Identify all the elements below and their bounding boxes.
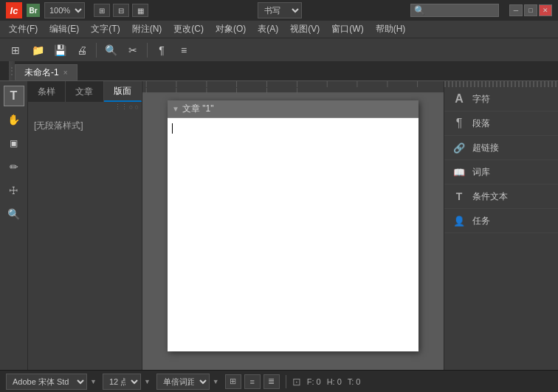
menu-text[interactable]: 文字(T) [85,21,125,37]
toolbar-lines[interactable]: ≡ [174,41,193,59]
font-size-select[interactable]: 12 点 [103,374,141,390]
maximize-button[interactable]: □ [524,4,537,16]
menu-window[interactable]: 窗口(W) [326,21,369,37]
status-icon-align[interactable]: ≣ [264,374,280,389]
mode-select[interactable]: 书写 [258,2,302,18]
character-label: 字符 [472,93,490,106]
font-dropdown-icon: ▼ [90,378,97,385]
dictionary-label: 词库 [472,166,490,179]
tab-close-icon[interactable]: × [63,69,68,77]
toolbar-save[interactable]: 💾 [50,41,69,59]
style-panel-content: [无段落样式] [28,112,142,370]
right-panel: A 字符 ¶ 段落 🔗 超链接 📖 词库 T 条件文本 👤 任务 [444,81,558,370]
line-spacing-select[interactable]: 单倍词距 [156,374,210,390]
toolbar-open[interactable]: 📁 [28,41,47,59]
toolbar-paragraph[interactable]: ¶ [152,41,171,59]
zoom-control[interactable]: 100% 75% 50% 150% 200% [44,2,85,18]
text-tool-icon: T [10,89,18,103]
menu-table[interactable]: 表(A) [252,21,284,37]
pencil-tool-icon: ✏ [10,161,18,173]
search-input[interactable] [428,6,487,15]
view-mode-btn-2[interactable]: ⊟ [113,4,129,17]
tool-pencil[interactable]: ✏ [4,157,24,177]
tab-banmian[interactable]: 版面 [104,81,142,102]
toolbar-search[interactable]: 🔍 [101,41,120,59]
panel-item-task[interactable]: 👤 任务 [444,209,558,233]
toolbar-scissors[interactable]: ✂ [123,41,142,59]
f-field: F: 0 [307,377,321,386]
tool-zoom[interactable]: 🔍 [4,204,24,224]
chapter-arrow[interactable]: ▼ [172,105,179,113]
search-icon: 🔍 [414,5,425,16]
toolbar: ⊞ 📁 💾 🖨 🔍 ✂ ¶ ≡ [0,38,558,62]
title-bar: Ic Br 100% 75% 50% 150% 200% ⊞ ⊟ ▦ 书写 🔍 … [0,0,558,21]
close-button[interactable]: ✕ [539,4,552,16]
t-label: T: [348,377,354,386]
status-sep [286,375,286,388]
f-value: 0 [317,377,321,386]
tool-hand[interactable]: ✋ [4,109,24,130]
app-title: 书写 [153,2,406,18]
font-size-control[interactable]: 12 点 ▼ [103,374,151,390]
tool-frame[interactable]: ▣ [4,133,24,154]
tab-wenzhang[interactable]: 文章 [66,81,103,102]
task-label: 任务 [472,215,490,227]
hyperlink-label: 超链接 [472,142,499,154]
document-tab[interactable]: 未命名-1 × [15,64,78,80]
window-controls: ─ □ ✕ [509,4,552,16]
view-mode-btn-3[interactable]: ▦ [132,4,148,17]
panel-item-hyperlink[interactable]: 🔗 超链接 [444,136,558,160]
t-value: 0 [356,377,360,386]
editor-content[interactable]: ▼ 文章 "1" [142,93,444,370]
status-icon-lines[interactable]: ≡ [244,374,261,389]
h-field: H: 0 [327,377,342,386]
minimize-button[interactable]: ─ [509,4,523,16]
tool-text[interactable]: T [4,86,24,106]
font-name-select[interactable]: Adobe 宋体 Std [6,374,87,390]
search-box[interactable]: 🔍 [410,4,499,17]
panel-item-character[interactable]: A 字符 [444,87,558,111]
f-label: F: [307,377,314,386]
menu-help[interactable]: 帮助(H) [370,21,412,37]
menu-edit[interactable]: 编辑(E) [44,21,85,37]
bridge-logo: Br [27,4,40,17]
editor-area: | | | | | | | | | | | | | | | | ▼ 文章 "1" [142,81,444,370]
scroll-icon: ⋮⋮ [114,103,128,111]
toolbar-sep-2 [147,43,148,58]
menu-file[interactable]: 文件(F) [3,21,44,37]
menu-view[interactable]: 视图(V) [284,21,326,37]
toolbar-sep-1 [96,43,97,58]
tab-tiaoyuan[interactable]: 条样 [28,81,66,102]
status-format-icons: ⊞ ≡ ≣ [225,374,280,389]
spacing-icon: ⊡ [292,376,301,388]
menu-change[interactable]: 更改(C) [168,21,210,37]
panel-scroll-indicator: ⋮⋮ ○ ○ [28,102,142,112]
toolbar-print[interactable]: 🖨 [72,41,92,59]
text-cursor-area[interactable] [168,118,418,340]
right-panel-drag-handle [444,81,558,87]
page-canvas: ▼ 文章 "1" [168,100,418,351]
zoom-select[interactable]: 100% 75% 50% 150% 200% [44,2,85,18]
ruler-marks: | | | | | | | | | | | | | | | | [145,81,441,94]
hand-tool-icon: ✋ [7,114,20,125]
panel-item-dictionary[interactable]: 📖 词库 [444,160,558,185]
tool-move[interactable]: ☩ [4,180,24,201]
status-icon-grid[interactable]: ⊞ [225,374,241,389]
zoom-tool-icon: 🔍 [7,208,20,220]
toolbar-new[interactable]: ⊞ [6,41,25,59]
text-cursor [172,123,173,134]
menu-bar: 文件(F) 编辑(E) 文字(T) 附注(N) 更改(C) 对象(O) 表(A)… [0,21,558,38]
style-panel: 条样 文章 版面 ⋮⋮ ○ ○ [无段落样式] [28,81,142,370]
panel-item-paragraph[interactable]: ¶ 段落 [444,111,558,136]
ruler-top: | | | | | | | | | | | | | | | | [142,81,444,93]
panel-item-conditional-text[interactable]: T 条件文本 [444,185,558,209]
line-spacing-control[interactable]: 单倍词距 ▼ [156,374,219,390]
tab-drag-handle[interactable] [9,61,15,80]
view-mode-controls: ⊞ ⊟ ▦ [94,4,148,17]
no-para-style[interactable]: [无段落样式] [31,115,139,137]
conditional-text-label: 条件文本 [472,190,508,203]
font-name-control[interactable]: Adobe 宋体 Std ▼ [6,374,97,390]
menu-note[interactable]: 附注(N) [126,21,168,37]
menu-object[interactable]: 对象(O) [210,21,252,37]
view-mode-btn-1[interactable]: ⊞ [94,4,110,17]
